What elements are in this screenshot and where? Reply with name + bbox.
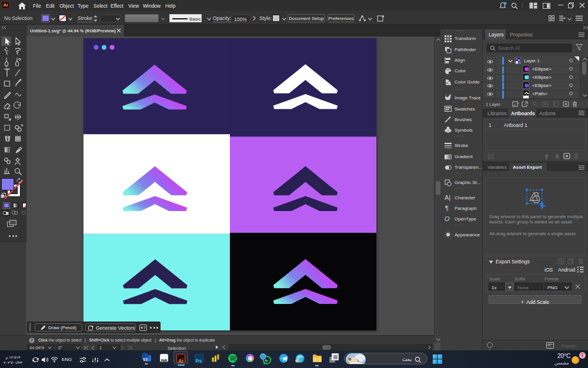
svg-text:?: ? bbox=[31, 338, 33, 342]
